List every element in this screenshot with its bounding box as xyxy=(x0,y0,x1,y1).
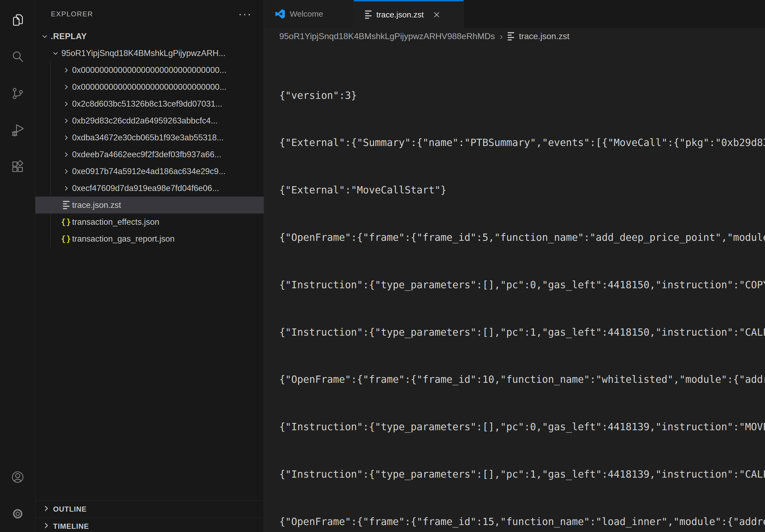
tree-item-label: 0xdba34672e30cb065b1f93e3ab55318... xyxy=(72,133,224,142)
source-control-icon[interactable] xyxy=(0,75,35,112)
tree-item[interactable]: {} 0x000000000000000000000000000000... xyxy=(35,62,264,79)
sidebar-section-header[interactable]: OUTLINE xyxy=(35,501,264,518)
file-lines-icon xyxy=(508,32,514,40)
file-lines-icon xyxy=(365,10,372,19)
tree-item[interactable]: {} 95oR1YipjSnqd18K4BMshkLgPijypwzARH... xyxy=(35,45,264,62)
tree-item-label: 0x000000000000000000000000000000... xyxy=(72,82,227,92)
tree-item-label: 0xb29d83c26cdd2a64959263abbcfc4... xyxy=(72,116,218,126)
tree-item[interactable]: {} transaction_effects.json xyxy=(35,213,264,230)
close-icon[interactable] xyxy=(431,9,442,20)
chevron-right-icon xyxy=(60,182,72,194)
code-line: {"Instruction":{"type_parameters":[],"pc… xyxy=(279,279,765,291)
tree-item-label: 95oR1YipjSnqd18K4BMshkLgPijypwzARH... xyxy=(61,49,226,58)
tree-item[interactable]: {} 0xecf47609d7da919ea98e7fd04f6e06... xyxy=(35,180,264,197)
account-icon[interactable] xyxy=(0,459,35,495)
explorer-icon[interactable] xyxy=(0,2,35,38)
json-file-icon: {} xyxy=(60,216,72,228)
code-line: {"Instruction":{"type_parameters":[],"pc… xyxy=(279,327,765,338)
editor-group: Welcome trace.json.zst 95oR1YipjSnqd18K4… xyxy=(264,0,765,532)
search-icon[interactable] xyxy=(0,38,35,75)
chevron-down-icon xyxy=(50,47,61,59)
tree-item[interactable]: {} .REPLAY xyxy=(35,28,264,45)
tree-item[interactable]: {} transaction_gas_report.json xyxy=(35,230,264,247)
tab-label: trace.json.zst xyxy=(376,10,424,19)
json-file-icon: {} xyxy=(60,233,72,245)
tree-item-label: 0xdeeb7a4662eec9f2f3def03fb937a66... xyxy=(72,150,222,159)
code-line: {"Instruction":{"type_parameters":[],"pc… xyxy=(279,421,765,433)
sidebar-header: EXPLORER ··· xyxy=(35,0,264,28)
tree-item[interactable]: {} 0xdba34672e30cb065b1f93e3ab55318... xyxy=(35,129,264,146)
explorer-actions-ellipsis[interactable]: ··· xyxy=(238,11,252,17)
tree-item-label: 0x000000000000000000000000000000... xyxy=(72,65,227,75)
section-label: OUTLINE xyxy=(53,505,87,513)
tree-item[interactable]: {} 0xb29d83c26cdd2a64959263abbcfc4... xyxy=(35,112,264,129)
tree-item-label: 0xe0917b74a5912e4ad186ac634e29c9... xyxy=(72,166,226,176)
settings-gear-icon[interactable] xyxy=(0,495,35,532)
chevron-right-icon xyxy=(43,505,50,514)
tree-item-label: transaction_gas_report.json xyxy=(72,234,175,244)
tree-item[interactable]: {} 0xdeeb7a4662eec9f2f3def03fb937a66... xyxy=(35,146,264,163)
breadcrumb-file[interactable]: trace.json.zst xyxy=(519,31,570,41)
extensions-icon[interactable] xyxy=(0,148,35,185)
code-line: {"OpenFrame":{"frame":{"frame_id":5,"fun… xyxy=(279,232,765,243)
vscode-window: EXPLORER ··· {} .REPLAY xyxy=(0,0,765,532)
tab-trace-json-zst[interactable]: trace.json.zst xyxy=(354,0,464,28)
explorer-sidebar: EXPLORER ··· {} .REPLAY xyxy=(35,0,264,532)
code-line: {"OpenFrame":{"frame":{"frame_id":10,"fu… xyxy=(279,374,765,386)
code-line: {"External":"MoveCallStart"} xyxy=(279,184,765,196)
tab-bar: Welcome trace.json.zst xyxy=(264,0,765,28)
breadcrumb: 95oR1YipjSnqd18K4BMshkLgPijypwzARHV988eR… xyxy=(264,28,765,45)
section-label: TIMELINE xyxy=(53,522,89,531)
tab-label: Welcome xyxy=(290,9,323,19)
chevron-right-icon xyxy=(60,115,72,127)
chevron-right-icon xyxy=(60,149,72,160)
code-line: {"OpenFrame":{"frame":{"frame_id":15,"fu… xyxy=(279,516,765,528)
sidebar-title: EXPLORER xyxy=(51,10,93,18)
chevron-right-icon xyxy=(60,132,72,143)
tree-item-label: .REPLAY xyxy=(51,32,87,41)
tree-item[interactable]: {} trace.json.zst xyxy=(35,197,264,213)
chevron-right-icon xyxy=(60,64,72,76)
activity-bar xyxy=(0,0,35,532)
sidebar-bottom-sections: OUTLINE TIMELINE xyxy=(35,501,264,532)
editor-content[interactable]: {"version":3} {"External":{"Summary":{"n… xyxy=(264,45,765,532)
code-line: {"External":{"Summary":{"name":"PTBSumma… xyxy=(279,137,765,149)
breadcrumb-folder[interactable]: 95oR1YipjSnqd18K4BMshkLgPijypwzARHV988eR… xyxy=(279,31,495,41)
code-line: {"version":3} xyxy=(279,90,765,102)
tree-item-label: trace.json.zst xyxy=(72,200,121,210)
chevron-right-icon xyxy=(60,81,72,93)
chevron-down-icon xyxy=(39,31,51,42)
tree-item-label: 0xecf47609d7da919ea98e7fd04f6e06... xyxy=(72,183,219,193)
tree-item[interactable]: {} 0xe0917b74a5912e4ad186ac634e29c9... xyxy=(35,163,264,180)
tree-item-label: 0x2c8d603bc51326b8c13cef9dd07031... xyxy=(72,99,222,109)
code-line: {"Instruction":{"type_parameters":[],"pc… xyxy=(279,468,765,480)
tree-item[interactable]: {} 0x000000000000000000000000000000... xyxy=(35,79,264,95)
tree-item[interactable]: {} 0x2c8d603bc51326b8c13cef9dd07031... xyxy=(35,95,264,112)
tree-item-label: transaction_effects.json xyxy=(72,217,159,227)
chevron-right-icon xyxy=(60,165,72,177)
chevron-right-icon xyxy=(60,98,72,110)
chevron-right-icon xyxy=(43,522,50,531)
tab-welcome[interactable]: Welcome xyxy=(264,0,354,28)
breadcrumb-separator: › xyxy=(500,31,503,42)
file-tree: {} .REPLAY {} 95oR1YipjSnqd18K4BMshkLgPi xyxy=(35,28,264,247)
vscode-logo-icon xyxy=(275,9,285,19)
sidebar-section-header[interactable]: TIMELINE xyxy=(35,518,264,532)
file-lines-icon xyxy=(60,199,72,211)
run-and-debug-icon[interactable] xyxy=(0,112,35,148)
